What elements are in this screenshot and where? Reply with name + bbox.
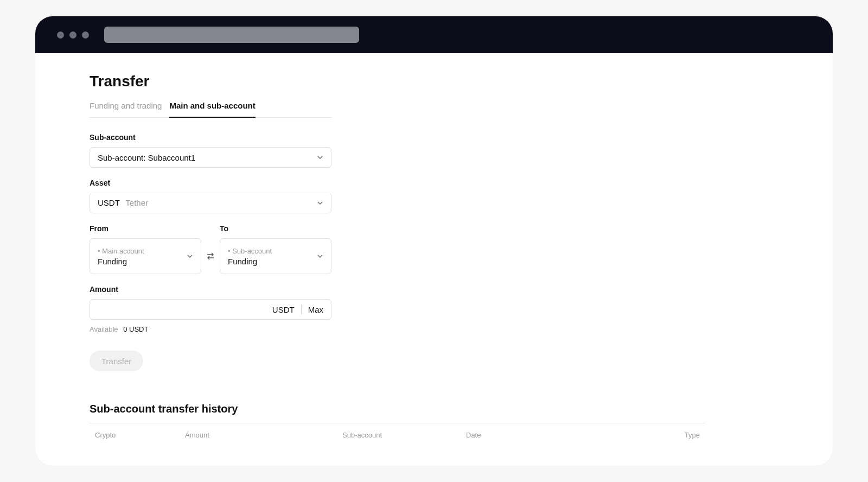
amount-label: Amount bbox=[90, 285, 331, 294]
amount-input[interactable] bbox=[98, 300, 266, 319]
divider bbox=[301, 305, 302, 314]
window-maximize-dot[interactable] bbox=[82, 31, 89, 39]
history-col-amount: Amount bbox=[185, 431, 342, 439]
history-col-date: Date bbox=[466, 431, 682, 439]
amount-box: USDT Max bbox=[90, 299, 331, 320]
from-label: From bbox=[90, 224, 201, 233]
chevron-down-icon bbox=[317, 154, 323, 161]
amount-max-button[interactable]: Max bbox=[308, 305, 323, 314]
history-header: Crypto Amount Sub-account Date Type bbox=[90, 423, 705, 439]
from-account-type: Main account bbox=[98, 247, 187, 255]
asset-field: Asset USDT Tether bbox=[90, 179, 331, 213]
page-content: Transfer Funding and trading Main and su… bbox=[35, 53, 833, 466]
window-controls bbox=[57, 31, 89, 39]
chevron-down-icon bbox=[317, 200, 323, 206]
url-bar[interactable] bbox=[104, 27, 359, 43]
available-value: 0 USDT bbox=[123, 325, 148, 333]
history-table: Crypto Amount Sub-account Date Type bbox=[90, 423, 705, 439]
tabs: Funding and trading Main and sub-account bbox=[90, 101, 331, 118]
history-title: Sub-account transfer history bbox=[90, 403, 778, 415]
subaccount-select[interactable]: Sub-account: Subaccount1 bbox=[90, 147, 331, 168]
browser-header bbox=[35, 16, 833, 53]
available-label: Available bbox=[90, 325, 118, 333]
transfer-button[interactable]: Transfer bbox=[90, 351, 143, 371]
amount-currency: USDT bbox=[272, 305, 295, 314]
asset-name: Tether bbox=[125, 198, 148, 207]
available-row: Available 0 USDT bbox=[90, 325, 331, 333]
to-label: To bbox=[220, 224, 331, 233]
to-select[interactable]: Sub-account Funding bbox=[220, 238, 331, 274]
page-title: Transfer bbox=[90, 73, 778, 90]
window-minimize-dot[interactable] bbox=[69, 31, 76, 39]
history-col-crypto: Crypto bbox=[95, 431, 185, 439]
chevron-down-icon bbox=[187, 253, 193, 259]
browser-window: Transfer Funding and trading Main and su… bbox=[35, 16, 833, 466]
asset-label: Asset bbox=[90, 179, 331, 187]
to-account-type: Sub-account bbox=[228, 247, 317, 255]
chevron-down-icon bbox=[317, 253, 323, 259]
swap-icon[interactable] bbox=[206, 252, 215, 261]
subaccount-field: Sub-account Sub-account: Subaccount1 bbox=[90, 133, 331, 168]
tab-main-sub-account[interactable]: Main and sub-account bbox=[169, 101, 255, 118]
amount-field: Amount USDT Max Available 0 USDT bbox=[90, 285, 331, 333]
subaccount-label: Sub-account bbox=[90, 133, 331, 142]
tab-funding-trading[interactable]: Funding and trading bbox=[90, 101, 162, 117]
history-col-type: Type bbox=[682, 431, 700, 439]
to-account-value: Funding bbox=[228, 257, 317, 266]
from-select[interactable]: Main account Funding bbox=[90, 238, 201, 274]
asset-select[interactable]: USDT Tether bbox=[90, 193, 331, 213]
history-col-subaccount: Sub-account bbox=[342, 431, 466, 439]
from-account-value: Funding bbox=[98, 257, 187, 266]
subaccount-value: Sub-account: Subaccount1 bbox=[98, 153, 195, 162]
window-close-dot[interactable] bbox=[57, 31, 64, 39]
from-to-field: From Main account Funding bbox=[90, 224, 331, 274]
asset-symbol: USDT bbox=[98, 198, 120, 207]
